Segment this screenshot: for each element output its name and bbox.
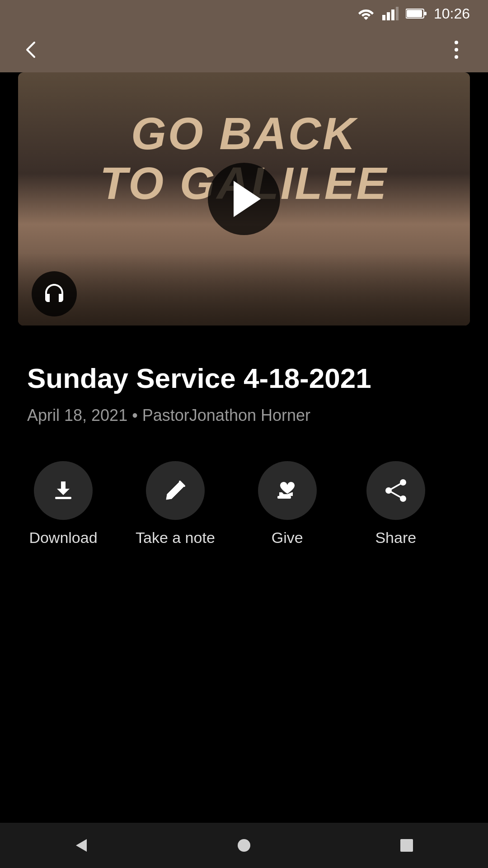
svg-line-12 — [389, 482, 403, 491]
share-circle — [366, 461, 425, 520]
svg-rect-6 — [424, 12, 427, 15]
sermon-separator: • — [132, 406, 142, 425]
dot — [455, 41, 458, 44]
play-icon — [234, 181, 261, 217]
take-note-action[interactable]: Take a note — [136, 461, 215, 547]
status-bar: 10:26 — [0, 0, 488, 27]
svg-rect-7 — [55, 497, 71, 499]
android-home-button[interactable] — [226, 827, 262, 863]
play-button[interactable] — [208, 163, 280, 235]
svg-rect-8 — [277, 496, 291, 499]
back-arrow-icon — [21, 39, 42, 61]
svg-rect-0 — [382, 15, 385, 20]
give-action[interactable]: Give — [251, 461, 324, 547]
water-scene — [18, 253, 470, 326]
android-recents-icon — [399, 837, 415, 854]
svg-point-15 — [238, 839, 250, 852]
video-thumbnail: GO BACK TO GALILEE — [18, 72, 470, 326]
audio-mode-button[interactable] — [32, 271, 77, 316]
svg-rect-16 — [400, 839, 413, 852]
share-label: Share — [375, 529, 416, 547]
content-area: Sunday Service 4-18-2021 April 18, 2021 … — [0, 335, 488, 547]
signal-icon — [382, 7, 399, 20]
svg-rect-5 — [407, 10, 422, 17]
android-back-button[interactable] — [63, 827, 99, 863]
download-icon — [50, 477, 77, 504]
download-label: Download — [29, 529, 97, 547]
actions-row: Download Take a note — [27, 461, 461, 547]
svg-marker-14 — [76, 839, 87, 852]
note-icon — [162, 477, 189, 504]
download-action[interactable]: Download — [27, 461, 99, 547]
status-time: 10:26 — [434, 5, 470, 22]
video-title-line1: GO BACK — [45, 108, 443, 158]
svg-line-13 — [389, 491, 403, 499]
sermon-pastor: PastorJonathon Horner — [142, 406, 310, 425]
android-recents-button[interactable] — [389, 827, 425, 863]
give-icon — [273, 476, 302, 505]
take-note-circle — [146, 461, 205, 520]
dot — [455, 55, 458, 59]
dot — [455, 48, 458, 52]
give-label: Give — [272, 529, 303, 547]
sermon-date: April 18, 2021 — [27, 406, 127, 425]
back-button[interactable] — [18, 36, 45, 63]
sermon-meta: April 18, 2021 • PastorJonathon Horner — [27, 406, 461, 425]
battery-icon — [406, 8, 427, 19]
headphones-icon — [42, 281, 67, 307]
wifi-icon — [357, 7, 375, 20]
svg-rect-3 — [396, 7, 399, 20]
sermon-title: Sunday Service 4-18-2021 — [27, 362, 461, 395]
svg-rect-2 — [391, 9, 394, 20]
give-circle — [258, 461, 317, 520]
svg-rect-1 — [387, 12, 390, 20]
take-note-label: Take a note — [136, 529, 215, 547]
android-back-icon — [72, 836, 90, 854]
android-home-icon — [235, 836, 253, 854]
share-action[interactable]: Share — [360, 461, 432, 547]
nav-bar — [0, 27, 488, 72]
more-menu-button[interactable] — [443, 36, 470, 63]
android-nav-bar — [0, 823, 488, 868]
download-circle — [34, 461, 93, 520]
share-icon — [382, 477, 409, 504]
